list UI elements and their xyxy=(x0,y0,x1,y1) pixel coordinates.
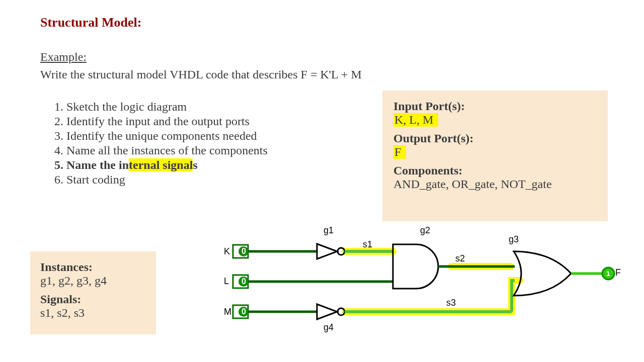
components-value: AND_gate, OR_gate, NOT_gate xyxy=(393,177,597,191)
prompt-text: Write the structural model VHDL code tha… xyxy=(40,68,362,81)
output-ports-value: F xyxy=(393,145,406,159)
svg-text:0: 0 xyxy=(242,247,246,255)
signals-label: Signals: xyxy=(40,293,146,306)
instances-signals-box: Instances: g1, g2, g3, g4 Signals: s1, s… xyxy=(30,251,156,334)
list-item: Identify the input and the output ports xyxy=(66,114,268,129)
input-ports-value: K, L, M xyxy=(393,113,438,127)
svg-text:1: 1 xyxy=(606,269,610,278)
steps-list: Sketch the logic diagram Identify the in… xyxy=(50,100,268,187)
list-item: Start coding xyxy=(66,172,268,187)
list-item: Identify the unique components needed xyxy=(66,129,268,143)
svg-text:0: 0 xyxy=(242,277,246,286)
example-heading: Example: xyxy=(40,50,87,64)
instances-value: g1, g2, g3, g4 xyxy=(40,274,146,288)
svg-text:0: 0 xyxy=(242,307,246,316)
instances-label: Instances: xyxy=(40,260,146,274)
ports-components-box: Input Port(s): K, L, M Output Port(s): F… xyxy=(382,90,608,221)
input-ports-label: Input Port(s): xyxy=(393,100,597,113)
list-item-highlighted: Name the internal signals xyxy=(66,158,268,172)
list-item: Sketch the logic diagram xyxy=(66,100,268,114)
output-ports-label: Output Port(s): xyxy=(393,132,597,145)
components-label: Components: xyxy=(393,164,597,177)
logic-diagram: K L M F g1 g2 g3 g4 s1 s2 s3 0 0 0 xyxy=(219,216,621,347)
list-item: Name all the instances of the components xyxy=(66,143,268,158)
page-title: Structural Model: xyxy=(40,15,141,30)
signals-value: s1, s2, s3 xyxy=(40,306,146,320)
